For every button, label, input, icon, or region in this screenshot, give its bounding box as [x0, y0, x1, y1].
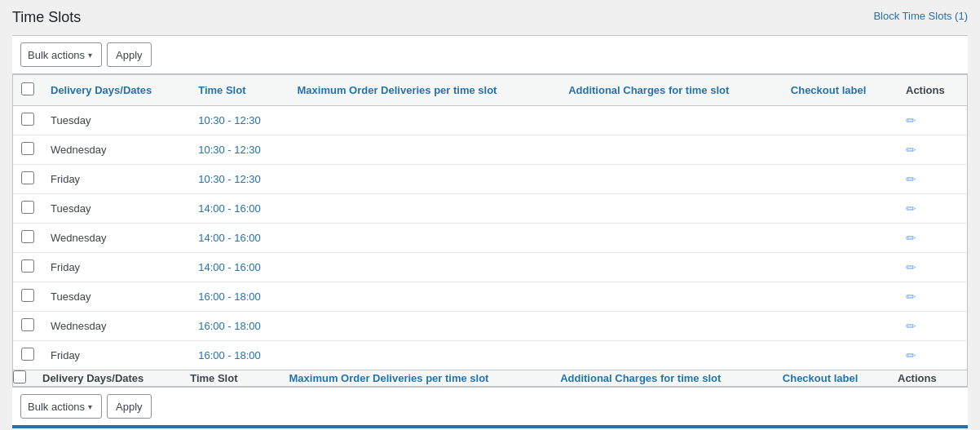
- row-additional-charges: [560, 312, 783, 341]
- row-time: 16:00 - 18:00: [190, 282, 289, 312]
- row-time: 16:00 - 18:00: [190, 312, 289, 341]
- header-actions: Actions: [898, 75, 967, 106]
- row-checkout-label: [783, 224, 898, 253]
- table-row: Wednesday14:00 - 16:00✏: [13, 224, 967, 253]
- row-time: 10:30 - 12:30: [190, 165, 289, 194]
- table-row: Tuesday14:00 - 16:00✏: [13, 194, 967, 224]
- row-checkbox-1[interactable]: [21, 142, 34, 155]
- row-checkout-label: [783, 341, 898, 370]
- row-time: 10:30 - 12:30: [190, 106, 289, 135]
- row-time: 14:00 - 16:00: [190, 194, 289, 224]
- page-title: Time Slots: [12, 8, 968, 27]
- row-max-order: [289, 312, 561, 341]
- table-row: Wednesday16:00 - 18:00✏: [13, 312, 967, 341]
- table-row: Friday16:00 - 18:00✏: [13, 341, 967, 370]
- row-checkout-label: [783, 312, 898, 341]
- edit-icon[interactable]: ✏: [906, 290, 916, 304]
- row-additional-charges: [560, 106, 783, 135]
- edit-icon[interactable]: ✏: [906, 319, 916, 334]
- bottom-bulk-actions-chevron-icon: ▾: [88, 402, 92, 411]
- row-checkbox-8[interactable]: [21, 348, 34, 361]
- edit-icon[interactable]: ✏: [906, 143, 916, 157]
- row-checkbox-4[interactable]: [21, 230, 34, 243]
- row-day: Friday: [42, 341, 190, 370]
- row-max-order: [289, 224, 561, 253]
- row-day: Wednesday: [42, 135, 190, 165]
- row-day: Tuesday: [42, 194, 190, 224]
- footer-time-slot: Time Slot: [190, 370, 289, 387]
- footer-checkout-label: Checkout label: [783, 370, 898, 387]
- row-checkout-label: [783, 282, 898, 312]
- row-max-order: [289, 194, 561, 224]
- edit-icon[interactable]: ✏: [906, 113, 916, 128]
- row-time: 10:30 - 12:30: [190, 135, 289, 165]
- table-footer-row: Delivery Days/Dates Time Slot Maximum Or…: [13, 370, 967, 387]
- header-time-slot: Time Slot: [190, 75, 289, 106]
- row-checkout-label: [783, 135, 898, 165]
- row-checkbox-col: [13, 135, 42, 165]
- footer-actions: Actions: [898, 370, 967, 387]
- row-checkbox-3[interactable]: [21, 201, 34, 214]
- row-checkbox-col: [13, 341, 42, 370]
- row-actions: ✏: [898, 135, 967, 165]
- row-checkbox-col: [13, 194, 42, 224]
- header-delivery-days: Delivery Days/Dates: [42, 75, 190, 106]
- edit-icon[interactable]: ✏: [906, 260, 916, 275]
- row-checkout-label: [783, 194, 898, 224]
- row-checkbox-6[interactable]: [21, 289, 34, 302]
- bottom-toolbar: Bulk actions ▾ Apply: [12, 387, 968, 425]
- block-time-slots-link[interactable]: Block Time Slots (1): [873, 10, 968, 22]
- row-day: Tuesday: [42, 282, 190, 312]
- row-day: Wednesday: [42, 312, 190, 341]
- row-max-order: [289, 135, 561, 165]
- row-additional-charges: [560, 282, 783, 312]
- row-additional-charges: [560, 224, 783, 253]
- row-additional-charges: [560, 341, 783, 370]
- row-day: Friday: [42, 165, 190, 194]
- table-row: Tuesday16:00 - 18:00✏: [13, 282, 967, 312]
- footer-select-all-checkbox[interactable]: [13, 370, 26, 383]
- select-all-checkbox[interactable]: [21, 82, 34, 95]
- row-actions: ✏: [898, 253, 967, 282]
- row-checkbox-5[interactable]: [21, 259, 34, 273]
- row-additional-charges: [560, 253, 783, 282]
- edit-icon[interactable]: ✏: [906, 202, 916, 216]
- top-apply-button[interactable]: Apply: [107, 42, 152, 67]
- row-max-order: [289, 165, 561, 194]
- row-day: Wednesday: [42, 224, 190, 253]
- top-bulk-actions-label: Bulk actions: [28, 49, 85, 61]
- row-checkbox-col: [13, 224, 42, 253]
- table-row: Friday14:00 - 16:00✏: [13, 253, 967, 282]
- row-checkbox-2[interactable]: [21, 171, 34, 184]
- table-row: Wednesday10:30 - 12:30✏: [13, 135, 967, 165]
- row-checkbox-0[interactable]: [21, 113, 34, 126]
- row-max-order: [289, 282, 561, 312]
- row-max-order: [289, 253, 561, 282]
- bottom-blue-bar: [12, 425, 968, 428]
- time-slots-table: Delivery Days/Dates Time Slot Maximum Or…: [13, 75, 967, 386]
- top-bulk-actions-dropdown[interactable]: Bulk actions ▾: [20, 42, 102, 67]
- edit-icon[interactable]: ✏: [906, 172, 916, 187]
- row-checkbox-7[interactable]: [21, 318, 34, 331]
- bottom-apply-button[interactable]: Apply: [107, 394, 152, 419]
- top-toolbar: Bulk actions ▾ Apply: [12, 35, 968, 74]
- row-max-order: [289, 341, 561, 370]
- row-checkout-label: [783, 253, 898, 282]
- table-body: Tuesday10:30 - 12:30✏Wednesday10:30 - 12…: [13, 106, 967, 370]
- row-actions: ✏: [898, 194, 967, 224]
- row-actions: ✏: [898, 312, 967, 341]
- row-actions: ✏: [898, 282, 967, 312]
- header-max-order: Maximum Order Deliveries per time slot: [289, 75, 561, 106]
- edit-icon[interactable]: ✏: [906, 348, 916, 363]
- bottom-bulk-actions-dropdown[interactable]: Bulk actions ▾: [20, 394, 102, 419]
- header-additional-charges: Additional Charges for time slot: [560, 75, 783, 106]
- row-actions: ✏: [898, 341, 967, 370]
- row-checkout-label: [783, 106, 898, 135]
- row-checkbox-col: [13, 282, 42, 312]
- edit-icon[interactable]: ✏: [906, 231, 916, 246]
- row-checkbox-col: [13, 253, 42, 282]
- row-actions: ✏: [898, 165, 967, 194]
- header-select-all-col: [13, 75, 42, 106]
- row-day: Friday: [42, 253, 190, 282]
- row-additional-charges: [560, 194, 783, 224]
